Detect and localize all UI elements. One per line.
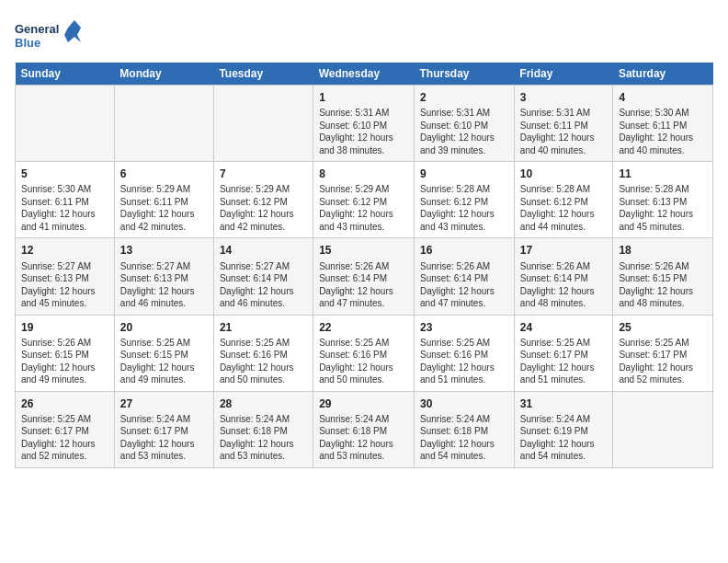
calendar-cell: 15Sunrise: 5:26 AM Sunset: 6:14 PM Dayli… <box>313 238 415 315</box>
calendar-cell <box>613 391 713 467</box>
day-number: 13 <box>120 243 208 258</box>
calendar-cell: 25Sunrise: 5:25 AM Sunset: 6:17 PM Dayli… <box>613 315 713 391</box>
day-number: 2 <box>420 90 508 105</box>
day-info: Sunrise: 5:29 AM Sunset: 6:12 PM Dayligh… <box>319 183 408 233</box>
day-info: Sunrise: 5:25 AM Sunset: 6:17 PM Dayligh… <box>21 413 108 463</box>
day-info: Sunrise: 5:25 AM Sunset: 6:15 PM Dayligh… <box>120 337 208 386</box>
day-number: 6 <box>120 167 208 181</box>
svg-marker-2 <box>64 20 81 42</box>
day-number: 22 <box>319 320 408 335</box>
day-number: 31 <box>520 396 608 411</box>
calendar-cell: 18Sunrise: 5:26 AM Sunset: 6:15 PM Dayli… <box>613 238 713 315</box>
day-number: 7 <box>220 167 307 181</box>
calendar-cell: 14Sunrise: 5:27 AM Sunset: 6:14 PM Dayli… <box>213 238 313 315</box>
day-info: Sunrise: 5:29 AM Sunset: 6:12 PM Dayligh… <box>220 183 307 233</box>
day-number: 11 <box>619 167 707 181</box>
day-info: Sunrise: 5:25 AM Sunset: 6:17 PM Dayligh… <box>619 337 707 386</box>
weekday-header: Thursday <box>415 63 515 86</box>
day-info: Sunrise: 5:25 AM Sunset: 6:16 PM Dayligh… <box>420 337 508 386</box>
day-info: Sunrise: 5:25 AM Sunset: 6:16 PM Dayligh… <box>220 337 307 386</box>
day-number: 21 <box>220 320 307 335</box>
calendar-cell: 22Sunrise: 5:25 AM Sunset: 6:16 PM Dayli… <box>313 315 415 391</box>
day-number: 15 <box>319 243 408 258</box>
calendar-cell <box>16 86 115 162</box>
calendar-week-row: 26Sunrise: 5:25 AM Sunset: 6:17 PM Dayli… <box>16 391 713 467</box>
calendar-cell: 2Sunrise: 5:31 AM Sunset: 6:10 PM Daylig… <box>415 86 515 162</box>
day-info: Sunrise: 5:30 AM Sunset: 6:11 PM Dayligh… <box>619 107 707 156</box>
calendar-cell: 13Sunrise: 5:27 AM Sunset: 6:13 PM Dayli… <box>114 238 213 315</box>
day-info: Sunrise: 5:27 AM Sunset: 6:14 PM Dayligh… <box>220 260 307 310</box>
day-info: Sunrise: 5:27 AM Sunset: 6:13 PM Dayligh… <box>120 260 208 310</box>
day-info: Sunrise: 5:31 AM Sunset: 6:10 PM Dayligh… <box>319 107 408 156</box>
calendar-cell: 3Sunrise: 5:31 AM Sunset: 6:11 PM Daylig… <box>514 86 613 162</box>
day-number: 26 <box>21 396 108 411</box>
day-number: 9 <box>420 167 508 181</box>
logo-svg: General Blue <box>15 18 88 59</box>
weekday-header: Friday <box>514 63 613 86</box>
calendar-week-row: 19Sunrise: 5:26 AM Sunset: 6:15 PM Dayli… <box>16 315 713 391</box>
day-number: 17 <box>520 243 608 258</box>
calendar-cell: 11Sunrise: 5:28 AM Sunset: 6:13 PM Dayli… <box>613 162 713 238</box>
day-info: Sunrise: 5:26 AM Sunset: 6:14 PM Dayligh… <box>520 260 608 310</box>
calendar-cell: 23Sunrise: 5:25 AM Sunset: 6:16 PM Dayli… <box>415 315 515 391</box>
weekday-header: Monday <box>114 63 213 86</box>
calendar-cell: 24Sunrise: 5:25 AM Sunset: 6:17 PM Dayli… <box>514 315 613 391</box>
calendar-table: SundayMondayTuesdayWednesdayThursdayFrid… <box>15 63 713 468</box>
day-info: Sunrise: 5:28 AM Sunset: 6:12 PM Dayligh… <box>520 183 608 233</box>
day-number: 18 <box>619 243 707 258</box>
calendar-cell: 1Sunrise: 5:31 AM Sunset: 6:10 PM Daylig… <box>313 86 415 162</box>
day-info: Sunrise: 5:24 AM Sunset: 6:18 PM Dayligh… <box>220 413 307 463</box>
calendar-cell: 16Sunrise: 5:26 AM Sunset: 6:14 PM Dayli… <box>415 238 515 315</box>
day-info: Sunrise: 5:28 AM Sunset: 6:13 PM Dayligh… <box>619 183 707 233</box>
calendar-cell: 4Sunrise: 5:30 AM Sunset: 6:11 PM Daylig… <box>613 86 713 162</box>
weekday-header: Wednesday <box>313 63 415 86</box>
day-number: 25 <box>619 320 707 335</box>
day-number: 14 <box>220 243 307 258</box>
day-number: 3 <box>520 90 608 105</box>
day-info: Sunrise: 5:26 AM Sunset: 6:14 PM Dayligh… <box>420 260 508 310</box>
calendar-cell: 7Sunrise: 5:29 AM Sunset: 6:12 PM Daylig… <box>213 162 313 238</box>
calendar-week-row: 12Sunrise: 5:27 AM Sunset: 6:13 PM Dayli… <box>16 238 713 315</box>
day-info: Sunrise: 5:30 AM Sunset: 6:11 PM Dayligh… <box>21 183 108 233</box>
logo: General Blue <box>15 18 88 59</box>
day-info: Sunrise: 5:26 AM Sunset: 6:15 PM Dayligh… <box>21 337 108 386</box>
calendar-cell: 19Sunrise: 5:26 AM Sunset: 6:15 PM Dayli… <box>16 315 115 391</box>
calendar-cell: 8Sunrise: 5:29 AM Sunset: 6:12 PM Daylig… <box>313 162 415 238</box>
day-number: 4 <box>619 90 707 105</box>
page-header: General Blue <box>15 15 713 59</box>
calendar-cell: 17Sunrise: 5:26 AM Sunset: 6:14 PM Dayli… <box>514 238 613 315</box>
day-number: 27 <box>120 396 208 411</box>
calendar-week-row: 1Sunrise: 5:31 AM Sunset: 6:10 PM Daylig… <box>16 86 713 162</box>
day-number: 23 <box>420 320 508 335</box>
calendar-cell: 31Sunrise: 5:24 AM Sunset: 6:19 PM Dayli… <box>514 391 613 467</box>
calendar-cell: 6Sunrise: 5:29 AM Sunset: 6:11 PM Daylig… <box>114 162 213 238</box>
day-number: 24 <box>520 320 608 335</box>
day-number: 19 <box>21 320 108 335</box>
day-info: Sunrise: 5:27 AM Sunset: 6:13 PM Dayligh… <box>21 260 108 310</box>
day-number: 5 <box>21 167 108 181</box>
calendar-cell: 28Sunrise: 5:24 AM Sunset: 6:18 PM Dayli… <box>213 391 313 467</box>
calendar-cell: 12Sunrise: 5:27 AM Sunset: 6:13 PM Dayli… <box>16 238 115 315</box>
day-number: 10 <box>520 167 608 181</box>
day-number: 29 <box>319 396 408 411</box>
calendar-cell: 21Sunrise: 5:25 AM Sunset: 6:16 PM Dayli… <box>213 315 313 391</box>
day-info: Sunrise: 5:31 AM Sunset: 6:10 PM Dayligh… <box>420 107 508 156</box>
calendar-cell: 10Sunrise: 5:28 AM Sunset: 6:12 PM Dayli… <box>514 162 613 238</box>
calendar-cell: 27Sunrise: 5:24 AM Sunset: 6:17 PM Dayli… <box>114 391 213 467</box>
day-info: Sunrise: 5:24 AM Sunset: 6:18 PM Dayligh… <box>420 413 508 463</box>
calendar-cell: 5Sunrise: 5:30 AM Sunset: 6:11 PM Daylig… <box>16 162 115 238</box>
day-info: Sunrise: 5:28 AM Sunset: 6:12 PM Dayligh… <box>420 183 508 233</box>
day-info: Sunrise: 5:29 AM Sunset: 6:11 PM Dayligh… <box>120 183 208 233</box>
weekday-header: Sunday <box>16 63 115 86</box>
day-info: Sunrise: 5:26 AM Sunset: 6:15 PM Dayligh… <box>619 260 707 310</box>
weekday-header-row: SundayMondayTuesdayWednesdayThursdayFrid… <box>16 63 713 86</box>
calendar-cell <box>213 86 313 162</box>
calendar-cell: 9Sunrise: 5:28 AM Sunset: 6:12 PM Daylig… <box>415 162 515 238</box>
day-info: Sunrise: 5:24 AM Sunset: 6:19 PM Dayligh… <box>520 413 608 463</box>
day-number: 16 <box>420 243 508 258</box>
day-number: 8 <box>319 167 408 181</box>
weekday-header: Tuesday <box>213 63 313 86</box>
weekday-header: Saturday <box>613 63 713 86</box>
calendar-week-row: 5Sunrise: 5:30 AM Sunset: 6:11 PM Daylig… <box>16 162 713 238</box>
day-info: Sunrise: 5:25 AM Sunset: 6:16 PM Dayligh… <box>319 337 408 386</box>
